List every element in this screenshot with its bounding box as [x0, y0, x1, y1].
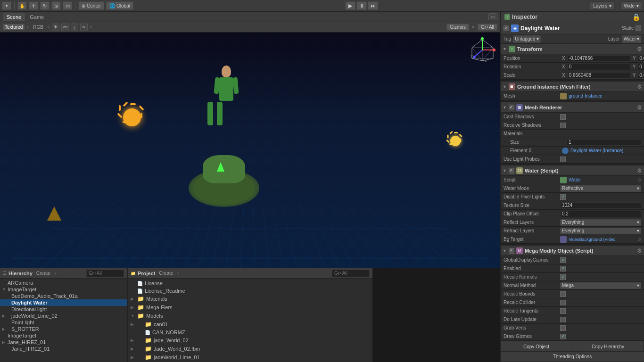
- rot-y-input[interactable]: [637, 64, 644, 70]
- pause-button[interactable]: ⏸: [356, 1, 367, 10]
- mega-modify-gear-icon[interactable]: ⚙: [637, 247, 642, 254]
- hierarchy-item-dir-light[interactable]: Directional light: [0, 306, 127, 313]
- hierarchy-create-button[interactable]: Create: [34, 270, 52, 276]
- grall-button[interactable]: Gr+All: [478, 24, 497, 31]
- scl-x-input[interactable]: [567, 72, 631, 79]
- play-button[interactable]: ▶: [345, 1, 355, 10]
- do-late-update-checkbox[interactable]: [560, 317, 566, 322]
- hierarchy-item-point-light[interactable]: Point light: [0, 319, 127, 326]
- mesh-value[interactable]: ground Instance: [569, 93, 641, 99]
- project-item-materials[interactable]: ▶📁Materials: [128, 295, 372, 303]
- scene-lighting-toggle[interactable]: ☀: [52, 24, 59, 31]
- recalc-bounds-checkbox[interactable]: [560, 291, 566, 297]
- reflect-layers-dropdown[interactable]: Everything ▾: [560, 219, 641, 226]
- recalc-collider-checkbox[interactable]: [560, 300, 566, 305]
- channel-dropdown[interactable]: RGB: [31, 24, 45, 30]
- mesh-filter-gear-icon[interactable]: ⚙: [637, 83, 642, 90]
- cast-shadows-checkbox[interactable]: [560, 114, 566, 120]
- tab-game[interactable]: Game: [26, 13, 48, 21]
- scl-y-input[interactable]: [637, 72, 644, 79]
- normal-method-dropdown[interactable]: Mega ▾: [560, 282, 641, 289]
- scene-audio-toggle[interactable]: ♪: [71, 24, 78, 31]
- mesh-renderer-gear-icon[interactable]: ⚙: [637, 104, 642, 111]
- element0-value[interactable]: Daylight Water (Instance): [570, 148, 641, 153]
- navigation-cube[interactable]: X Y Z: [470, 37, 495, 63]
- object-active-checkbox[interactable]: ✓: [504, 25, 509, 31]
- hierarchy-item-imagetarget-2[interactable]: ImageTarget: [0, 332, 127, 339]
- script-value[interactable]: Water: [569, 177, 637, 182]
- global-display-checkbox[interactable]: ✓: [560, 257, 566, 263]
- hierarchy-item-jade-world[interactable]: ▶jadeWorld_Lime_02: [0, 313, 127, 319]
- mesh-renderer-header[interactable]: ▼ ✓ ▦ Mesh Renderer ⚙: [501, 102, 644, 113]
- tab-scene[interactable]: Scene: [3, 13, 25, 21]
- project-item-can01[interactable]: ▶📁can01: [128, 320, 372, 329]
- threading-options-button[interactable]: Threading Options: [501, 351, 644, 362]
- draw-gizmos-checkbox[interactable]: ✓: [560, 334, 566, 339]
- bg-target-value[interactable]: VideoBackground (Video: [569, 237, 637, 242]
- scene-viewport[interactable]: X Y Z: [0, 33, 500, 268]
- step-button[interactable]: ⏭: [368, 1, 378, 10]
- hierarchy-item-daylight-water[interactable]: Daylight Water: [0, 299, 127, 306]
- mega-enabled-checkbox[interactable]: ✓: [560, 266, 566, 272]
- grab-verts-checkbox[interactable]: [560, 325, 566, 331]
- copy-hierarchy-button[interactable]: Copy Hierarchy: [572, 341, 644, 352]
- disable-pixel-lights-checkbox[interactable]: ✓: [560, 194, 566, 200]
- hand-tool-icon[interactable]: ✋: [17, 1, 27, 10]
- layer-dropdown[interactable]: Water ▾: [622, 35, 641, 43]
- project-search-input[interactable]: [332, 270, 370, 277]
- project-item-jadeworld-lime-01[interactable]: ▶📁jadeWorld_Lime_01: [128, 353, 372, 362]
- hierarchy-item-imagetarget-1[interactable]: ▼ImageTarget: [0, 286, 127, 293]
- recalc-tangents-checkbox[interactable]: [560, 308, 566, 314]
- static-checkbox[interactable]: [636, 25, 641, 31]
- project-item-license-readme[interactable]: 📄License_Readme: [128, 287, 372, 295]
- rot-x-input[interactable]: [567, 64, 631, 70]
- pivot-center-button[interactable]: ⊕ Center: [78, 1, 104, 10]
- use-light-probes-checkbox[interactable]: [560, 156, 566, 162]
- water-script-enable-checkbox[interactable]: ✓: [509, 168, 514, 173]
- refract-layers-dropdown[interactable]: Everything ▾: [560, 228, 641, 234]
- project-item-license[interactable]: 📄License: [128, 280, 372, 287]
- hierarchy-item-jane-hirez[interactable]: ▶Jane_HIREZ_01: [0, 339, 127, 346]
- hierarchy-item-arcamera[interactable]: ARCamera: [0, 280, 127, 286]
- transform-gear-icon[interactable]: ⚙: [637, 46, 642, 52]
- script-target-icon[interactable]: ⊙: [637, 177, 641, 182]
- receive-shadows-checkbox[interactable]: [560, 123, 566, 128]
- hierarchy-item-srotter[interactable]: ▶S_ROTTER: [0, 326, 127, 332]
- hierarchy-item-audio[interactable]: BudDemo_Audio_Track_01a: [0, 293, 127, 299]
- project-item-can-normz[interactable]: 📄CAN_NORMZ: [128, 329, 372, 336]
- project-item-models[interactable]: ▼📁Models: [128, 312, 372, 320]
- bg-target-target-icon[interactable]: ⊙: [637, 237, 641, 242]
- rotate-tool-icon[interactable]: ↻: [40, 1, 50, 10]
- inspector-lock-button[interactable]: 🔒: [632, 13, 640, 21]
- water-script-gear-icon[interactable]: ⚙: [637, 167, 642, 174]
- tag-dropdown[interactable]: Untagged ▾: [513, 35, 540, 43]
- move-tool-icon[interactable]: ✛: [29, 1, 38, 10]
- layers-dropdown[interactable]: Layers ▾: [590, 1, 615, 10]
- project-item-jade-world-02-fbm[interactable]: ▶📁Jade_World_02.fbm: [128, 345, 372, 353]
- materials-size-input[interactable]: [567, 139, 641, 146]
- copy-object-button[interactable]: Copy Object: [501, 341, 572, 352]
- clip-plane-offset-input[interactable]: [560, 211, 641, 217]
- pos-x-input[interactable]: [567, 55, 631, 62]
- hierarchy-search-input[interactable]: [86, 270, 124, 277]
- scale-tool-icon[interactable]: ⇲: [51, 1, 61, 10]
- scene-fx-toggle[interactable]: fx: [80, 24, 88, 31]
- pos-y-input[interactable]: [637, 55, 644, 62]
- object-name[interactable]: Daylight Water: [520, 25, 620, 32]
- space-global-button[interactable]: 🌐 Global: [106, 1, 133, 10]
- project-item-mega-fiers[interactable]: ▶📁Mega-Fiers: [128, 303, 372, 312]
- gizmos-button[interactable]: Gizmos: [446, 24, 469, 31]
- water-script-header[interactable]: ▼ ✓ JS Water (Script) ⚙: [501, 165, 644, 176]
- mega-modify-enable-checkbox[interactable]: ✓: [509, 248, 514, 254]
- water-mode-dropdown[interactable]: Refractive ▾: [560, 185, 641, 192]
- transform-component-header[interactable]: ▼ ↔ Transform ⚙: [501, 44, 644, 54]
- recalc-normals-checkbox[interactable]: ✓: [560, 274, 566, 280]
- project-create-button[interactable]: Create: [157, 270, 175, 276]
- layout-dropdown[interactable]: Wide ▾: [620, 1, 642, 10]
- scene-2d-toggle[interactable]: 2D: [61, 24, 69, 31]
- mega-modify-header[interactable]: ▼ ✓ M Mega Modify Object (Script) ⚙: [501, 246, 644, 256]
- mesh-filter-header[interactable]: ▼ ◼ Ground Instance (Mesh Filter) ⚙: [501, 82, 644, 92]
- project-item-jade-world-02[interactable]: ▶📁jade_World_02: [128, 336, 372, 345]
- rect-tool-icon[interactable]: ▭: [63, 1, 72, 10]
- hierarchy-item-jane-hirez-2[interactable]: Jane_HIREZ_01: [0, 346, 127, 352]
